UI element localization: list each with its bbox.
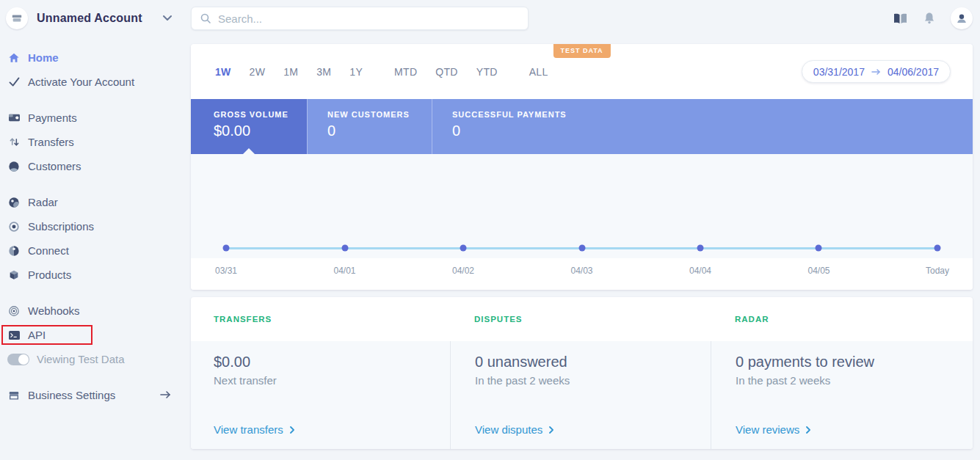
sidebar-item-transfers[interactable]: Transfers — [7, 130, 184, 154]
sidebar-item-products[interactable]: Products — [7, 263, 184, 287]
chart-data-point — [223, 245, 230, 252]
tab-3m[interactable]: 3M — [316, 66, 331, 78]
link-label: View transfers — [214, 423, 283, 436]
docs-button[interactable] — [893, 12, 908, 25]
sidebar-item-home[interactable]: Home — [7, 45, 184, 70]
arrow-right-icon — [160, 389, 172, 401]
stat-label: NEW CUSTOMERS — [327, 110, 432, 119]
tab-all[interactable]: ALL — [529, 66, 548, 78]
stat-label: GROSS VOLUME — [214, 110, 307, 119]
customers-icon — [7, 160, 21, 173]
sidebar-item-label: Connect — [28, 244, 69, 257]
tab-mtd[interactable]: MTD — [394, 66, 417, 78]
summary-body: $0.00 Next transfer View transfers 0 una… — [191, 341, 973, 449]
radar-subtitle: In the past 2 weeks — [736, 374, 958, 387]
sidebar-section-gap — [7, 371, 184, 383]
chart-data-point — [816, 245, 822, 252]
storefront-icon — [7, 389, 21, 402]
stat-new-customers[interactable]: NEW CUSTOMERS 0 — [307, 99, 432, 154]
stat-successful-payments[interactable]: SUCCESSFUL PAYMENTS 0 — [432, 99, 973, 154]
search-input[interactable] — [218, 12, 520, 25]
disputes-header: DISPUTES — [450, 315, 711, 324]
stat-gross-volume[interactable]: GROSS VOLUME $0.00 — [191, 99, 307, 154]
link-label: View reviews — [736, 423, 799, 436]
transfers-value: $0.00 — [214, 354, 435, 370]
avatar-icon — [955, 12, 968, 25]
stats-bar: GROSS VOLUME $0.00 NEW CUSTOMERS 0 SUCCE… — [191, 99, 973, 154]
chevron-down-icon — [163, 15, 172, 21]
tab-2w[interactable]: 2W — [250, 66, 266, 78]
toggle-knob — [18, 354, 29, 365]
x-axis-label: Today — [926, 266, 949, 276]
sidebar-item-label: Payments — [28, 112, 77, 124]
chart-x-axis: 03/31 04/01 04/02 04/03 04/04 04/05 Toda… — [191, 258, 973, 290]
x-axis-label: 04/04 — [689, 266, 711, 276]
notifications-button[interactable] — [923, 12, 936, 25]
radar-value: 0 payments to review — [736, 354, 958, 370]
stat-value: 0 — [452, 123, 973, 139]
view-reviews-link[interactable]: View reviews — [736, 423, 958, 436]
x-axis-label: 04/05 — [807, 266, 830, 276]
sidebar-item-business-settings[interactable]: Business Settings — [7, 383, 184, 407]
test-data-toggle[interactable] — [7, 354, 29, 365]
sidebar-item-label: Products — [28, 269, 71, 281]
sidebar-item-radar[interactable]: Radar — [7, 190, 184, 214]
transfers-icon — [7, 136, 21, 149]
view-transfers-link[interactable]: View transfers — [214, 423, 435, 436]
radar-column: 0 payments to review In the past 2 weeks… — [711, 341, 973, 449]
arrow-right-icon — [871, 66, 881, 78]
tab-1m[interactable]: 1M — [283, 66, 298, 78]
account-name: Unnamed Account — [37, 12, 142, 25]
account-switcher[interactable]: Unnamed Account — [6, 7, 172, 29]
bell-icon — [923, 12, 936, 25]
disputes-column: 0 unanswered In the past 2 weeks View di… — [450, 341, 711, 449]
tab-ytd[interactable]: YTD — [476, 66, 498, 78]
connect-icon — [7, 244, 21, 258]
dashboard-chart-card: 1W 2W 1M 3M 1Y MTD QTD YTD ALL TEST DATA… — [191, 44, 973, 290]
sidebar-item-customers[interactable]: Customers — [7, 154, 184, 178]
tab-1w[interactable]: 1W — [215, 66, 231, 78]
search-icon — [199, 12, 212, 25]
sidebar-item-label: Home — [28, 51, 59, 64]
viewing-test-data-label: Viewing Test Data — [37, 353, 125, 365]
stat-label: SUCCESSFUL PAYMENTS — [452, 110, 973, 119]
summary-header: TRANSFERS DISPUTES RADAR — [191, 297, 973, 341]
date-range-tabs: 1W 2W 1M 3M 1Y MTD QTD YTD ALL TEST DATA… — [191, 44, 973, 99]
sidebar-item-connect[interactable]: Connect — [7, 238, 184, 263]
sidebar-item-webhooks[interactable]: Webhooks — [7, 299, 184, 323]
transfers-column: $0.00 Next transfer View transfers — [191, 341, 450, 449]
tab-qtd[interactable]: QTD — [435, 66, 457, 78]
stat-value: 0 — [327, 123, 432, 139]
sidebar-item-label: Subscriptions — [28, 220, 94, 233]
sidebar-item-label: Radar — [28, 196, 58, 208]
x-axis-label: 04/03 — [570, 266, 592, 276]
tab-1y[interactable]: 1Y — [349, 66, 363, 78]
gross-volume-chart — [191, 154, 973, 258]
sidebar-item-subscriptions[interactable]: Subscriptions — [7, 214, 184, 238]
sidebar-item-label: Webhooks — [28, 304, 80, 317]
viewing-test-data-toggle-row: Viewing Test Data — [7, 347, 184, 371]
view-disputes-link[interactable]: View disputes — [475, 423, 696, 436]
date-from[interactable]: 03/31/2017 — [813, 66, 865, 78]
payments-icon — [7, 112, 21, 125]
date-to[interactable]: 04/06/2017 — [888, 66, 939, 78]
test-data-badge: TEST DATA — [553, 44, 610, 58]
profile-button[interactable] — [951, 7, 973, 29]
date-range-picker[interactable]: 03/31/2017 04/06/2017 — [802, 60, 951, 83]
sidebar-item-api[interactable]: API — [7, 323, 184, 347]
summary-card: TRANSFERS DISPUTES RADAR $0.00 Next tran… — [191, 297, 973, 449]
storefront-icon — [6, 7, 28, 29]
products-icon — [7, 269, 21, 282]
topbar: Unnamed Account — [0, 0, 980, 37]
active-stat-pointer — [243, 148, 255, 154]
sidebar-item-label: Customers — [28, 160, 81, 172]
sidebar-item-label: API — [28, 329, 46, 341]
radar-header: RADAR — [711, 315, 973, 324]
home-icon — [7, 51, 21, 65]
sidebar-item-payments[interactable]: Payments — [7, 106, 184, 130]
transfers-subtitle: Next transfer — [214, 374, 435, 387]
link-label: View disputes — [475, 423, 542, 436]
sidebar-item-activate-account[interactable]: Activate Your Account — [7, 70, 184, 94]
webhooks-icon — [7, 304, 21, 318]
chart-data-point — [578, 245, 585, 252]
